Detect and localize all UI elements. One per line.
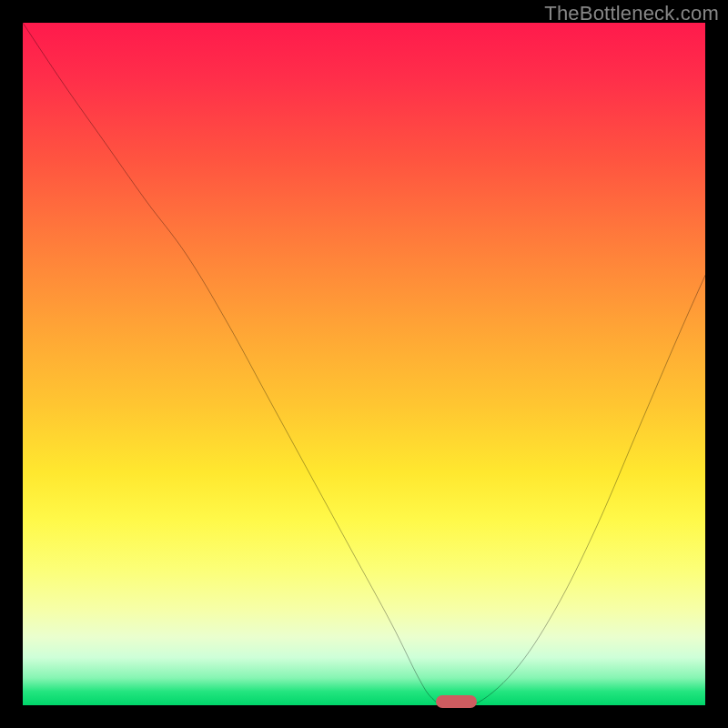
bottleneck-curve (23, 23, 705, 705)
chart-container: TheBottleneck.com (0, 0, 728, 728)
optimal-marker (436, 695, 477, 708)
plot-area (23, 23, 705, 705)
watermark-text: TheBottleneck.com (544, 2, 719, 25)
